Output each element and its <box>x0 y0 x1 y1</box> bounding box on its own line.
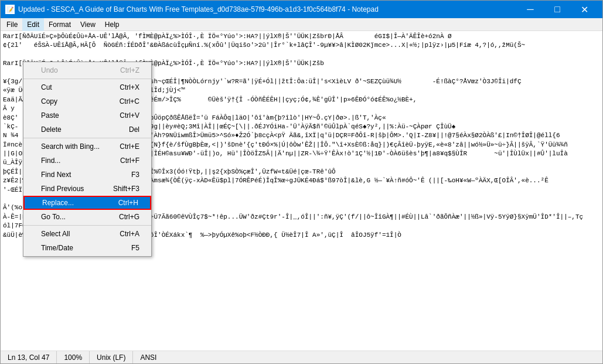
menu-view[interactable]: View <box>76 18 100 31</box>
window-controls: ─ □ ✕ <box>517 1 598 18</box>
menu-bar: File Edit Format View Help <box>1 18 602 31</box>
menu-item-goto[interactable]: Go To... Ctrl+G <box>23 210 151 224</box>
select-all-label: Select All <box>41 230 70 238</box>
select-all-shortcut: Ctrl+A <box>108 230 139 238</box>
copy-label: Copy <box>41 97 57 106</box>
paste-shortcut: Ctrl+V <box>108 111 139 120</box>
title-bar: 📝 Updated - SESCA_A Guide of Bar Charts … <box>1 1 602 18</box>
delete-shortcut: Del <box>117 125 139 134</box>
menu-item-find-next[interactable]: Find Next F3 <box>23 168 151 182</box>
menu-edit[interactable]: Edit <box>22 18 44 31</box>
line-ending: Unix (LF) <box>90 351 133 363</box>
find-next-label: Find Next <box>41 171 71 179</box>
separator-2 <box>23 138 151 138</box>
goto-label: Go To... <box>41 213 66 221</box>
title-bar-left: 📝 Updated - SESCA_A Guide of Bar Charts … <box>5 5 379 14</box>
cursor-position: Ln 13, Col 47 <box>1 351 57 363</box>
menu-item-time-date[interactable]: Time/Date F5 <box>23 241 151 255</box>
zoom-level: 100% <box>57 351 90 363</box>
copy-shortcut: Ctrl+C <box>108 97 139 106</box>
cut-shortcut: Ctrl+X <box>108 83 139 91</box>
window-title: Updated - SESCA_A Guide of Bar Charts Wi… <box>18 5 379 13</box>
replace-shortcut: Ctrl+H <box>107 199 138 207</box>
maximize-button[interactable]: □ <box>544 1 571 18</box>
find-prev-label: Find Previous <box>41 185 84 193</box>
time-date-label: Time/Date <box>41 244 73 252</box>
cut-label: Cut <box>41 83 52 91</box>
goto-shortcut: Ctrl+G <box>107 213 139 221</box>
menu-item-copy[interactable]: Copy Ctrl+C <box>23 94 151 108</box>
edit-menu-dropdown: Undo Ctrl+Z Cut Ctrl+X Copy Ctrl+C Paste… <box>23 62 152 257</box>
find-next-shortcut: F3 <box>120 171 139 179</box>
status-bar: Ln 13, Col 47 100% Unix (LF) ANSI <box>1 351 602 363</box>
encoding: ANSI <box>133 351 163 363</box>
edit-dropdown: Undo Ctrl+Z Cut Ctrl+X Copy Ctrl+C Paste… <box>23 62 152 257</box>
delete-label: Delete <box>41 125 62 134</box>
menu-item-find-prev[interactable]: Find Previous Shift+F3 <box>23 182 151 196</box>
time-date-shortcut: F5 <box>120 244 139 252</box>
minimize-button[interactable]: ─ <box>517 1 544 18</box>
find-shortcut: Ctrl+F <box>108 157 139 165</box>
menu-item-undo[interactable]: Undo Ctrl+Z <box>23 63 151 77</box>
notepad-icon: 📝 <box>5 5 15 14</box>
close-button[interactable]: ✕ <box>571 1 598 18</box>
bing-shortcut: Ctrl+E <box>108 142 139 151</box>
menu-item-select-all[interactable]: Select All Ctrl+A <box>23 227 151 241</box>
menu-help[interactable]: Help <box>100 18 124 31</box>
menu-file[interactable]: File <box>2 18 22 31</box>
menu-item-cut[interactable]: Cut Ctrl+X <box>23 80 151 94</box>
find-prev-shortcut: Shift+F3 <box>101 185 139 193</box>
undo-label: Undo <box>41 66 58 74</box>
separator-1 <box>23 79 151 79</box>
replace-label: Replace... <box>42 199 74 207</box>
menu-format[interactable]: Format <box>44 18 76 31</box>
menu-item-replace[interactable]: Replace... Ctrl+H <box>23 196 151 210</box>
menu-item-delete[interactable]: Delete Del <box>23 123 151 137</box>
menu-item-bing[interactable]: Search with Bing... Ctrl+E <box>23 140 151 154</box>
notepad-window: 📝 Updated - SESCA_A Guide of Bar Charts … <box>0 0 603 364</box>
paste-label: Paste <box>41 111 59 120</box>
find-label: Find... <box>41 157 60 165</box>
undo-shortcut: Ctrl+Z <box>108 66 139 74</box>
bing-label: Search with Bing... <box>41 142 100 151</box>
menu-item-paste[interactable]: Paste Ctrl+V <box>23 108 151 123</box>
menu-item-find[interactable]: Find... Ctrl+F <box>23 154 151 168</box>
separator-3 <box>23 225 151 226</box>
